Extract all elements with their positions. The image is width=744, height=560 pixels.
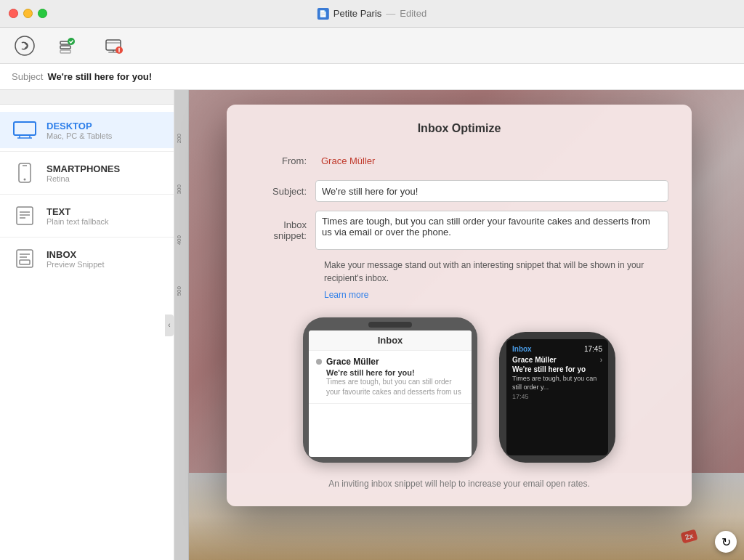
svg-rect-2 [60, 46, 70, 49]
sidebar-item-desktop[interactable]: DESKTOP Mac, PC & Tablets [0, 112, 174, 148]
subject-row: Subject: [250, 180, 668, 202]
from-input[interactable] [315, 150, 668, 171]
traffic-lights [9, 9, 47, 18]
modal-bottom-hint: An inviting inbox snippet will help to i… [250, 479, 668, 489]
titlebar: 📄 Petite Paris — Edited [0, 0, 744, 28]
phone-inbox-header: Inbox [309, 330, 472, 351]
ruler-top [0, 90, 174, 105]
sidebar-item-smartphones[interactable]: SMARTPHONES Retina [0, 155, 174, 191]
title-status: Edited [400, 8, 426, 19]
toolbar [0, 28, 744, 64]
subject-bar: Subject We're still here for you! [0, 64, 744, 90]
svg-point-0 [15, 36, 34, 55]
smartphones-text: SMARTPHONES Retina [46, 163, 120, 183]
desktop-icon [12, 119, 38, 141]
hint-text: Make your message stand out with an inte… [324, 259, 668, 285]
title-separator: — [386, 8, 395, 19]
watch-sender-name: Grace Müller [512, 356, 557, 364]
phone-unread-dot [316, 359, 322, 365]
sidebar-collapse[interactable]: ‹ [165, 315, 174, 336]
watch-time-small: 17:45 [512, 393, 602, 400]
snippet-row: Inboxsnippet: Times are tough, but you c… [250, 211, 668, 250]
inbox-icon [12, 248, 38, 269]
text-icon [12, 205, 38, 227]
smartphones-title: SMARTPHONES [46, 163, 120, 174]
watch-sender: Grace Müller › [512, 356, 602, 364]
phone-preview-text: Times are tough, but you can still order… [316, 377, 464, 397]
svg-point-4 [68, 38, 75, 45]
modal-dialog: Inbox Optimize From: Subject: Inboxsnipp… [227, 105, 692, 506]
canvas-area: 200 300 400 500 2x Inbox Optimize From: [174, 90, 744, 560]
phone-screen: Inbox Grace Müller We're still here for … [309, 330, 472, 457]
text-item-text: TEXT Plain text fallback [46, 206, 109, 226]
svg-rect-22 [20, 260, 30, 264]
watch-inbox-label: Inbox [512, 345, 532, 353]
svg-rect-17 [17, 207, 33, 224]
from-label: From: [250, 155, 315, 166]
window-title: 📄 Petite Paris — Edited [318, 8, 426, 20]
watch-screen: Inbox 17:45 Grace Müller › We're still h… [506, 339, 608, 455]
close-button[interactable] [9, 9, 18, 18]
watch-chevron: › [600, 356, 602, 364]
phone-notch [368, 322, 412, 328]
divider-1 [0, 151, 174, 152]
sidebar-content: DESKTOP Mac, PC & Tablets SMARTPHONES Re… [0, 105, 174, 284]
minimize-button[interactable] [23, 9, 33, 18]
smartphone-icon [12, 162, 38, 184]
main-area: DESKTOP Mac, PC & Tablets SMARTPHONES Re… [0, 90, 744, 560]
refresh-button[interactable]: ↻ [715, 531, 737, 553]
document-icon: 📄 [318, 8, 329, 20]
send-icon[interactable] [12, 33, 38, 59]
title-text: Petite Paris [333, 8, 381, 19]
desktop-text: DESKTOP Mac, PC & Tablets [46, 121, 112, 140]
svg-point-15 [24, 179, 26, 181]
watch-header: Inbox 17:45 [512, 345, 602, 353]
smartphones-subtitle: Retina [46, 174, 120, 183]
preview-icon[interactable] [100, 33, 126, 59]
phone-email-item: Grace Müller We're still here for you! T… [309, 351, 472, 404]
watch-mockup: Inbox 17:45 Grace Müller › We're still h… [499, 332, 615, 463]
maximize-button[interactable] [38, 9, 47, 18]
learn-more-link[interactable]: Learn more [324, 290, 368, 300]
inbox-title: INBOX [46, 249, 105, 260]
svg-rect-6 [106, 42, 121, 44]
phone-sender-name: Grace Müller [326, 357, 379, 367]
inbox-text: INBOX Preview Snippet [46, 249, 105, 269]
modal-title: Inbox Optimize [250, 122, 668, 135]
svg-rect-10 [14, 122, 36, 135]
layers-icon[interactable] [52, 33, 78, 59]
from-row: From: [250, 150, 668, 171]
inbox-subtitle: Preview Snippet [46, 260, 105, 269]
desktop-subtitle: Mac, PC & Tablets [46, 131, 112, 140]
desktop-title: DESKTOP [46, 121, 112, 131]
device-previews: Inbox Grace Müller We're still here for … [250, 317, 668, 470]
watch-preview-text: Times are tough, but you can still order… [512, 375, 602, 391]
svg-rect-3 [60, 50, 70, 53]
divider-2 [0, 194, 174, 195]
sidebar-item-inbox[interactable]: INBOX Preview Snippet [0, 240, 174, 277]
subject-label: Subject [12, 71, 43, 82]
sidebar: DESKTOP Mac, PC & Tablets SMARTPHONES Re… [0, 90, 174, 560]
text-subtitle: Plain text fallback [46, 217, 109, 226]
phone-subject: We're still here for you! [316, 368, 464, 377]
sidebar-item-text[interactable]: TEXT Plain text fallback [0, 198, 174, 234]
subject-input[interactable] [315, 180, 668, 202]
subject-value: We're still here for you! [47, 71, 152, 82]
subject-form-label: Subject: [250, 186, 315, 197]
phone-sender-row: Grace Müller [316, 357, 464, 367]
text-title: TEXT [46, 206, 109, 217]
watch-time: 17:45 [584, 345, 602, 353]
snippet-label: Inboxsnippet: [250, 219, 315, 241]
divider-3 [0, 237, 174, 238]
modal-overlay: Inbox Optimize From: Subject: Inboxsnipp… [174, 90, 744, 560]
watch-subject: We're still here for yo [512, 365, 602, 373]
snippet-textarea[interactable]: Times are tough, but you can still order… [315, 211, 668, 250]
phone-mockup: Inbox Grace Müller We're still here for … [303, 317, 477, 463]
